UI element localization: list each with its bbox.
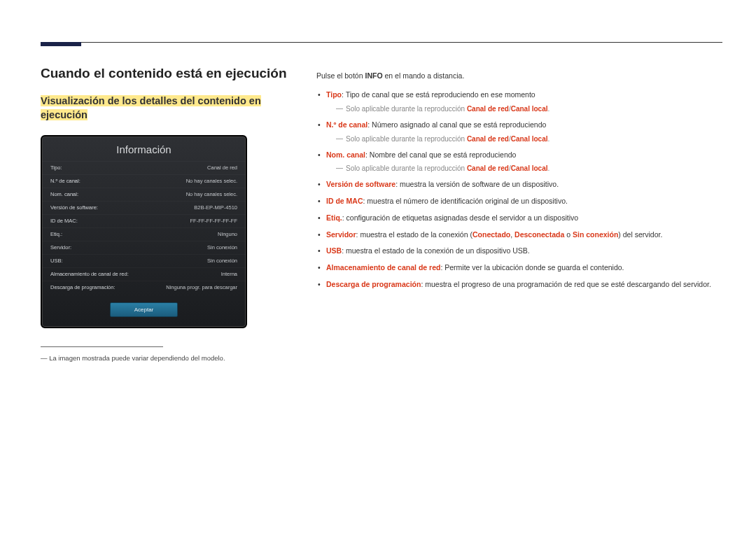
device-row-label: USB:: [50, 258, 63, 264]
device-info-row: USB:Sin conexión: [42, 254, 246, 267]
device-info-row: Almacenamiento de canal de red:Interna: [42, 267, 246, 281]
item-mac: ID de MAC: muestra el número de identifi…: [316, 196, 722, 207]
item-almacenamiento: Almacenamiento de canal de red: Permite …: [316, 262, 722, 274]
device-info-row: Servidor:Sin conexión: [42, 241, 246, 254]
device-row-value: No hay canales selec.: [186, 191, 237, 197]
device-panel-title: Información: [42, 136, 246, 161]
item-usb: USB: muestra el estado de la conexión de…: [316, 246, 722, 257]
sub-ncanal: Solo aplicable durante la reproducción C…: [326, 134, 722, 144]
device-row-label: Descarga de programación:: [50, 284, 115, 290]
device-row-label: Servidor:: [50, 244, 71, 251]
device-info-row: ID de MAC:FF-FF-FF-FF-FF-FF: [42, 214, 246, 227]
device-info-panel: Información Tipo:Canal de redN.º de cana…: [41, 135, 247, 328]
right-column: Pulse el botón INFO en el mando a distan…: [316, 71, 722, 296]
item-ncanal: N.º de canal: Número asignado al canal q…: [316, 120, 722, 144]
item-descarga: Descarga de programación: muestra el pro…: [316, 279, 722, 290]
device-info-row: Nom. canal:No hay canales selec.: [42, 188, 246, 201]
section-title: Visualización de los detalles del conten…: [41, 94, 293, 122]
device-row-value: Sin conexión: [207, 244, 237, 251]
item-tipo: Tipo: Tipo de canal que se está reproduc…: [316, 90, 722, 114]
device-row-label: N.º de canal:: [50, 178, 80, 184]
device-rows: Tipo:Canal de redN.º de canal:No hay can…: [42, 161, 246, 294]
details-list: Tipo: Tipo de canal que se está reproduc…: [316, 90, 722, 290]
device-info-row: N.º de canal:No hay canales selec.: [42, 174, 246, 188]
footnote-divider: [41, 346, 163, 347]
device-row-label: Etiq.:: [50, 231, 62, 237]
device-row-value: Canal de red: [207, 164, 237, 171]
device-info-row: Descarga de programación:Ninguna progr. …: [42, 281, 246, 294]
top-rule: [41, 42, 722, 43]
device-row-value: Ninguna progr. para descargar: [166, 284, 237, 290]
device-row-value: B2B-EP-MIP-4510: [194, 204, 237, 211]
page-title: Cuando el contenido está en ejecución: [41, 66, 293, 81]
device-row-label: Nom. canal:: [50, 191, 78, 197]
device-row-label: Tipo:: [50, 164, 62, 171]
image-footnote: La imagen mostrada puede variar dependie…: [41, 354, 293, 362]
item-servidor: Servidor: muestra el estado de la conexi…: [316, 230, 722, 241]
intro-text: Pulse el botón INFO en el mando a distan…: [316, 71, 722, 80]
device-row-label: ID de MAC:: [50, 218, 78, 224]
left-column: Cuando el contenido está en ejecución Vi…: [41, 66, 293, 362]
device-row-label: Almacenamiento de canal de red:: [50, 271, 129, 277]
accent-bar: [41, 42, 81, 46]
device-row-value: FF-FF-FF-FF-FF-FF: [190, 218, 237, 224]
sub-nomcanal: Solo aplicable durante la reproducción C…: [326, 163, 722, 174]
device-row-value: No hay canales selec.: [186, 178, 237, 184]
device-info-row: Tipo:Canal de red: [42, 161, 246, 174]
device-info-row: Etiq.:Ninguno: [42, 227, 246, 241]
device-row-value: Ninguno: [218, 231, 237, 237]
item-etiq: Etiq.: configuración de etiquetas asigna…: [316, 213, 722, 224]
device-row-value: Sin conexión: [207, 258, 237, 264]
device-info-row: Versión de software:B2B-EP-MIP-4510: [42, 201, 246, 214]
item-version: Versión de software: muestra la versión …: [316, 179, 722, 190]
sub-tipo: Solo aplicable durante la reproducción C…: [326, 104, 722, 114]
device-row-value: Interna: [221, 271, 237, 277]
item-nomcanal: Nom. canal: Nombre del canal que se está…: [316, 150, 722, 174]
device-row-label: Versión de software:: [50, 204, 98, 211]
accept-button[interactable]: Aceptar: [110, 302, 178, 317]
